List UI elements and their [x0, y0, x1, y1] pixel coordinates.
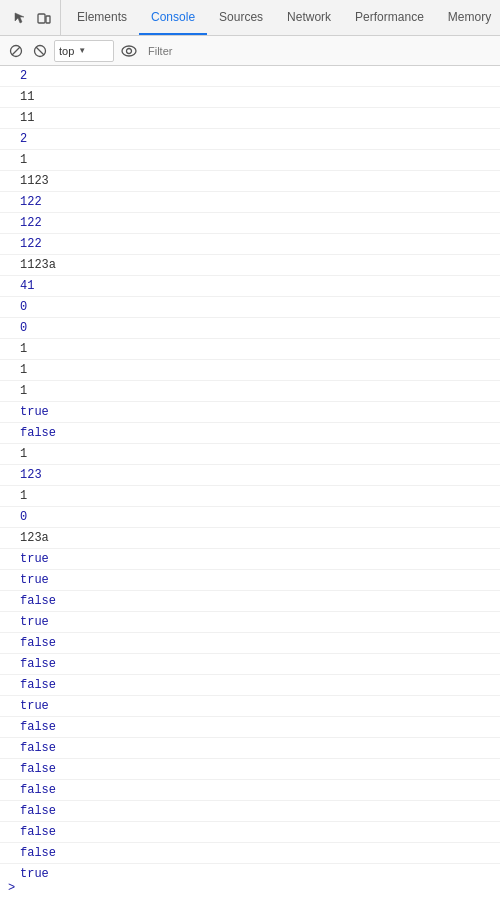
console-row: 122	[0, 192, 500, 213]
console-row: 1	[0, 339, 500, 360]
console-value: true	[20, 613, 49, 631]
main-toolbar: Elements Console Sources Network Perform…	[0, 0, 500, 36]
console-row: 2	[0, 129, 500, 150]
console-row: 123a	[0, 528, 500, 549]
console-row: false	[0, 801, 500, 822]
console-row: 11	[0, 108, 500, 129]
console-row: false	[0, 780, 500, 801]
console-row: 41	[0, 276, 500, 297]
console-value: 0	[20, 508, 27, 526]
console-row: false	[0, 633, 500, 654]
console-row: false	[0, 822, 500, 843]
console-value: 123	[20, 466, 42, 484]
console-value: 2	[20, 130, 27, 148]
console-value: 1	[20, 487, 27, 505]
console-value: 0	[20, 319, 27, 337]
console-row: 122	[0, 213, 500, 234]
tabs-container: Elements Console Sources Network Perform…	[61, 0, 500, 35]
console-value: false	[20, 844, 56, 862]
console-row: 1123a	[0, 255, 500, 276]
console-row: true	[0, 402, 500, 423]
console-row: 2	[0, 66, 500, 87]
console-row: true	[0, 864, 500, 878]
console-value: 122	[20, 193, 42, 211]
console-value: false	[20, 739, 56, 757]
console-row: false	[0, 759, 500, 780]
svg-rect-1	[46, 16, 50, 23]
console-value: true	[20, 865, 49, 878]
svg-point-7	[127, 48, 132, 53]
console-value: 2	[20, 67, 27, 85]
svg-line-5	[36, 47, 44, 55]
console-value: true	[20, 403, 49, 421]
tab-memory[interactable]: Memory	[436, 0, 500, 35]
console-value: 122	[20, 235, 42, 253]
svg-line-3	[12, 47, 20, 55]
console-value: true	[20, 550, 49, 568]
console-value: 1	[20, 151, 27, 169]
console-value: 1123a	[20, 256, 56, 274]
tab-performance[interactable]: Performance	[343, 0, 436, 35]
console-value: true	[20, 571, 49, 589]
console-value: false	[20, 802, 56, 820]
console-output[interactable]: 211112111231221221221123a4100111truefals…	[0, 66, 500, 878]
console-value: false	[20, 676, 56, 694]
prompt-arrow-icon: >	[8, 881, 15, 895]
console-row: true	[0, 549, 500, 570]
console-row: false	[0, 738, 500, 759]
console-value: 11	[20, 88, 34, 106]
svg-rect-0	[38, 14, 45, 23]
tab-console[interactable]: Console	[139, 0, 207, 35]
console-value: false	[20, 718, 56, 736]
console-row: 1	[0, 444, 500, 465]
console-value: false	[20, 760, 56, 778]
console-value: 0	[20, 298, 27, 316]
console-value: false	[20, 634, 56, 652]
console-row: 123	[0, 465, 500, 486]
console-value: 1	[20, 361, 27, 379]
secondary-toolbar: top ▼	[0, 36, 500, 66]
console-row: 0	[0, 297, 500, 318]
tab-sources[interactable]: Sources	[207, 0, 275, 35]
console-row: 122	[0, 234, 500, 255]
device-toggle-icon[interactable]	[34, 8, 54, 28]
cursor-icon[interactable]	[10, 8, 30, 28]
console-value: true	[20, 697, 49, 715]
context-selector[interactable]: top ▼	[54, 40, 114, 62]
tab-network[interactable]: Network	[275, 0, 343, 35]
console-value: false	[20, 424, 56, 442]
console-row: false	[0, 423, 500, 444]
console-value: 1	[20, 445, 27, 463]
tab-elements[interactable]: Elements	[65, 0, 139, 35]
console-value: 1	[20, 382, 27, 400]
console-row: 1	[0, 360, 500, 381]
console-row: 11	[0, 87, 500, 108]
console-row: true	[0, 570, 500, 591]
console-value: 11	[20, 109, 34, 127]
console-value: 41	[20, 277, 34, 295]
console-row: false	[0, 654, 500, 675]
console-row: 1	[0, 486, 500, 507]
console-row: 0	[0, 318, 500, 339]
console-row: 0	[0, 507, 500, 528]
console-value: 1	[20, 340, 27, 358]
clear-console-icon[interactable]	[6, 41, 26, 61]
console-prompt[interactable]: >	[0, 878, 500, 898]
ban-icon[interactable]	[30, 41, 50, 61]
console-value: false	[20, 781, 56, 799]
toolbar-left-icons	[4, 0, 61, 35]
console-value: 122	[20, 214, 42, 232]
console-row: false	[0, 843, 500, 864]
console-value: 1123	[20, 172, 49, 190]
console-row: 1	[0, 150, 500, 171]
console-row: 1123	[0, 171, 500, 192]
console-row: false	[0, 591, 500, 612]
console-value: false	[20, 592, 56, 610]
svg-point-6	[122, 46, 136, 56]
console-row: true	[0, 612, 500, 633]
console-value: false	[20, 655, 56, 673]
console-row: 1	[0, 381, 500, 402]
filter-input[interactable]	[144, 43, 494, 59]
console-value: false	[20, 823, 56, 841]
live-expressions-icon[interactable]	[118, 40, 140, 62]
